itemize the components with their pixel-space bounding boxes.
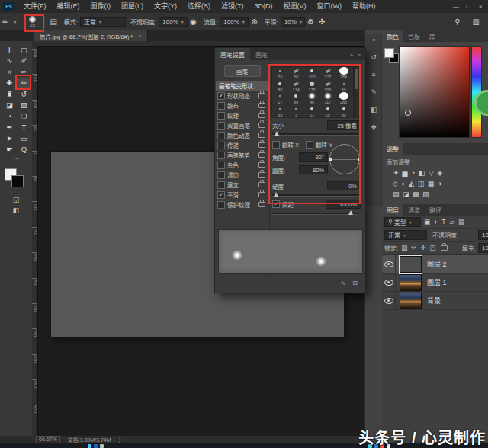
flip-y-checkbox[interactable] [306,141,313,149]
lock-icon[interactable] [258,123,265,128]
paint-symmetry-icon[interactable]: ✣ [316,18,327,26]
filter-shape-layers-icon[interactable]: ▱ [448,218,455,226]
clone-source-panel-icon[interactable]: ◧ [371,106,377,114]
flow-select[interactable]: 100% [220,17,249,27]
panel-tab[interactable]: 通道 [403,204,425,216]
lock-icon[interactable] [258,202,265,207]
brush-tool-caret-icon[interactable] [11,18,16,25]
blur-tool[interactable]: ◔ [2,110,17,122]
workspace-switcher-icon[interactable]: ▥ [470,18,482,26]
brush-option-row[interactable]: 双重画笔 [215,120,269,130]
angle-input[interactable]: 90° [299,152,328,162]
photo-filter-icon[interactable]: ◭ [409,180,414,187]
spacing-checkbox[interactable]: ✓ [272,200,280,208]
brush-preset[interactable]: 60 [288,67,304,79]
layer-visibility-toggle[interactable] [382,292,396,309]
minimize-button[interactable]: — [450,3,462,10]
layer-thumbnail[interactable] [400,293,422,309]
pen-tool[interactable]: ✒ [2,122,17,133]
lock-icon[interactable] [258,103,265,108]
history-panel-icon[interactable]: ↺ [371,53,377,61]
brush-preset[interactable]: 25 [319,105,336,117]
lock-icon[interactable] [258,133,265,138]
menu-item[interactable]: 图层(L) [116,0,149,13]
panel-tab[interactable]: 画笔 [250,48,273,60]
brush-option-row[interactable]: 纹理 [215,110,269,120]
menu-item[interactable]: 选择(S) [182,0,216,13]
checkbox[interactable] [217,201,225,209]
lock-all-icon[interactable] [441,245,448,251]
brush-preset[interactable]: 17 [272,92,288,104]
brush-preset[interactable]: 284 [336,67,352,79]
brush-preset[interactable]: 175 [304,80,320,92]
brush-preset[interactable]: 21 [304,105,320,117]
menu-item[interactable]: 滤镜(T) [216,0,249,13]
filter-kind-select[interactable]: ⚲ 类型 [384,217,421,227]
eyedropper-tool[interactable]: ✑ [17,66,31,78]
lock-icon[interactable] [258,182,265,187]
brush-preset[interactable]: 80 [288,92,304,104]
maximize-button[interactable]: □ [462,3,474,10]
filter-pixel-layers-icon[interactable]: ▣ [423,218,431,226]
layer-row[interactable]: 图层 1 [382,274,488,292]
filter-type-layers-icon[interactable]: T [441,218,446,226]
brightness-contrast-icon[interactable]: ☀ [393,169,399,177]
color-swatches[interactable] [5,168,27,191]
path-selection-tool[interactable]: ➤ [2,133,17,144]
menu-item[interactable]: 图像(I) [85,0,117,13]
gradient-tool[interactable]: ▧ [17,100,31,111]
panel-tab[interactable]: 图层 [382,204,403,216]
checkbox[interactable]: ✓ [217,191,225,199]
gradient-map-icon[interactable]: ▩ [413,190,419,198]
lock-icon[interactable] [258,113,265,118]
lasso-tool[interactable]: ∿ [2,56,17,67]
menu-item[interactable]: 3D(D) [249,0,278,13]
close-button[interactable]: × [474,3,486,10]
brush-preset[interactable]: 100 [304,67,320,79]
taskbar-app-icon[interactable] [88,444,92,448]
checkbox[interactable] [217,142,225,149]
brush-option-row[interactable]: 传递 [215,140,269,150]
spacing-input[interactable]: 1000% [326,200,361,209]
smoothing-select[interactable]: 10% [281,17,305,27]
panel-tab[interactable]: 调整 [382,143,403,155]
layer-opacity-select[interactable]: 100% [478,230,488,240]
airbrush-icon[interactable]: ⊛ [249,18,259,26]
type-tool[interactable]: T [17,122,31,133]
libraries-panel-icon[interactable]: ❖ [371,123,377,131]
checkbox[interactable] [217,181,225,189]
hardness-input[interactable]: 0% [327,181,361,190]
size-input[interactable]: 25 像素 [327,120,361,130]
checkbox[interactable] [217,102,225,110]
brush-option-row[interactable]: 保护纹理 [215,200,269,210]
shape-tool[interactable]: ▭ [17,133,31,144]
brush-preset[interactable]: 80 [272,80,288,92]
panel-tab[interactable]: 画笔设置 [215,48,250,60]
menu-item[interactable]: 文件(F) [18,0,52,13]
vibrance-icon[interactable]: ▽ [429,169,434,177]
brush-option-row[interactable]: 杂色 [215,160,269,170]
brush-option-row[interactable]: 散布 [215,101,269,110]
menu-item[interactable]: 编辑(E) [52,0,85,13]
tab-close-icon[interactable]: × [138,33,142,40]
checkbox[interactable] [217,122,225,130]
spacing-slider[interactable] [272,210,359,216]
panel-tab[interactable]: 色板 [403,30,425,42]
blend-mode-select[interactable]: 正常 [80,17,126,27]
menu-item[interactable]: 视图(V) [278,0,312,13]
exposure-icon[interactable]: ◧ [419,169,425,177]
black-white-icon[interactable]: ◐ [401,180,405,187]
brush-option-row[interactable]: 建立 [215,180,269,190]
slider-thumb[interactable] [348,210,353,215]
brush-preset[interactable]: 40 [304,92,320,104]
brush-option-row[interactable]: 画笔笔势 [215,150,269,160]
brush-preset[interactable]: 50 [272,67,288,79]
hand-tool[interactable]: ☛ [2,144,17,155]
brush-preset[interactable]: 3 [288,105,304,117]
checkbox[interactable] [217,171,225,179]
brush-preset[interactable]: 127 [319,67,336,79]
filter-adjustment-layers-icon[interactable]: ◐ [433,218,438,226]
color-balance-icon[interactable]: ◇ [393,180,398,187]
lock-pixels-icon[interactable]: ✏ [410,244,417,251]
brush-preset[interactable]: 30 [336,105,352,117]
